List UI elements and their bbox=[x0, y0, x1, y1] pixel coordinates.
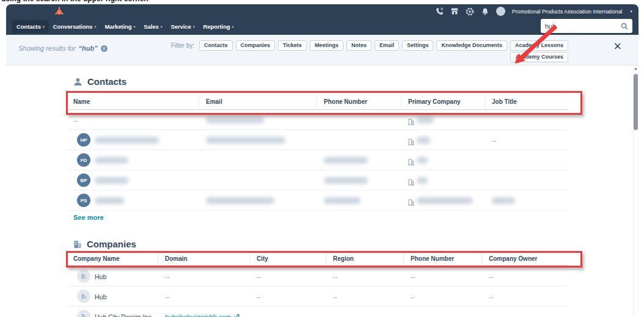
column-header-email: Email bbox=[206, 98, 222, 105]
search-icon[interactable] bbox=[621, 23, 628, 30]
settings-gear-icon[interactable] bbox=[466, 7, 474, 16]
chevron-down-icon bbox=[94, 24, 96, 29]
redacted-company bbox=[417, 137, 430, 144]
nav-item-conversations[interactable]: Conversations bbox=[49, 20, 101, 33]
contact-avatar: FD bbox=[77, 153, 90, 167]
scrollbar-up-arrow-icon[interactable] bbox=[634, 67, 638, 70]
building-icon bbox=[408, 157, 414, 168]
hubspot-sprocket-logo[interactable] bbox=[54, 6, 65, 17]
company-phone: -- bbox=[411, 266, 415, 286]
navbar-upper-row: Promotional Products Association Interna… bbox=[6, 4, 639, 18]
close-icon[interactable] bbox=[613, 41, 621, 53]
account-avatar[interactable] bbox=[496, 7, 505, 16]
redacted-phone bbox=[324, 157, 368, 164]
filter-button-academy-courses[interactable]: Academy Courses bbox=[510, 52, 568, 62]
filter-buttons-row-2: Academy Courses bbox=[510, 52, 568, 62]
company-name[interactable]: Hub bbox=[95, 266, 106, 286]
filter-button-contacts[interactable]: Contacts bbox=[199, 40, 233, 51]
showing-results-text: Showing results for “hub” bbox=[18, 45, 108, 52]
column-header-primary-company: Primary Company bbox=[408, 98, 461, 105]
contact-row[interactable]: HP -- bbox=[67, 130, 568, 150]
nav-item-service[interactable]: Service bbox=[167, 20, 199, 33]
company-row[interactable]: Hub -- -- -- -- -- bbox=[67, 266, 568, 286]
search-results-filter-bar: Showing results for “hub” Filter by: Con… bbox=[6, 35, 639, 65]
column-header-job-title: Job Title bbox=[492, 98, 517, 105]
redacted-company bbox=[417, 157, 428, 164]
person-icon bbox=[73, 78, 82, 86]
redacted-email bbox=[206, 117, 264, 123]
filter-button-notes[interactable]: Notes bbox=[346, 40, 371, 51]
column-divider bbox=[403, 253, 404, 263]
company-row[interactable]: Hub -- -- -- -- -- bbox=[67, 286, 568, 307]
filter-button-academy-lessons[interactable]: Academy Lessons bbox=[510, 40, 568, 51]
company-phone: -- bbox=[411, 286, 415, 307]
filter-button-meetings[interactable]: Meetings bbox=[310, 40, 343, 51]
account-name[interactable]: Promotional Products Association Interna… bbox=[512, 9, 622, 15]
nav-label: Sales bbox=[144, 23, 158, 30]
column-divider bbox=[317, 96, 317, 107]
buildings-icon bbox=[73, 240, 82, 249]
column-header-company-owner: Company Owner bbox=[489, 255, 537, 262]
redacted-email bbox=[206, 197, 274, 204]
domain-text: hubcitydesigninblk.com bbox=[165, 313, 232, 317]
scrollbar-thumb[interactable] bbox=[634, 74, 638, 130]
nav-label: Service bbox=[171, 23, 191, 30]
redacted-phone bbox=[324, 177, 368, 184]
section-title: Companies bbox=[87, 239, 136, 249]
nav-item-sales[interactable]: Sales bbox=[139, 20, 166, 33]
contact-row[interactable]: FD bbox=[67, 150, 568, 170]
column-header-phone: Phone Number bbox=[324, 98, 367, 105]
companies-section-heading: Companies bbox=[73, 239, 136, 249]
showing-results-prefix: Showing results for bbox=[18, 45, 76, 52]
filter-button-knowledge-documents[interactable]: Knowledge Documents bbox=[436, 40, 507, 51]
column-header-city: City bbox=[257, 255, 268, 262]
contact-row[interactable]: BP bbox=[67, 170, 568, 191]
column-header-name: Name bbox=[73, 98, 90, 105]
filter-button-tickets[interactable]: Tickets bbox=[278, 40, 307, 51]
company-owner: -- bbox=[489, 266, 493, 286]
calling-icon[interactable] bbox=[435, 7, 444, 16]
nav-label: Conversations bbox=[53, 23, 93, 30]
building-icon bbox=[408, 197, 414, 208]
marketplace-icon[interactable] bbox=[450, 7, 459, 16]
column-divider bbox=[199, 96, 199, 107]
company-domain-link[interactable]: hubcitydesigninblk.com bbox=[165, 307, 240, 317]
results-content: Contacts Name Email Phone Number Primary… bbox=[6, 65, 639, 317]
filter-button-settings[interactable]: Settings bbox=[402, 40, 434, 51]
contact-row[interactable]: PS bbox=[67, 191, 568, 211]
redacted-job-title bbox=[492, 197, 515, 204]
column-header-phone: Phone Number bbox=[411, 255, 454, 262]
info-icon[interactable] bbox=[101, 45, 108, 52]
vertical-scrollbar[interactable] bbox=[633, 65, 639, 317]
redacted-name bbox=[95, 197, 124, 204]
filter-button-email[interactable]: Email bbox=[375, 40, 399, 51]
tutorial-caption-text: using the search in the upper right corn… bbox=[1, 0, 148, 3]
see-more-link[interactable]: See more bbox=[73, 214, 104, 221]
notifications-bell-icon[interactable] bbox=[481, 7, 489, 16]
company-row[interactable]: Hub City Design Inc hubcitydesigninblk.c… bbox=[67, 307, 568, 317]
contact-row[interactable]: -- bbox=[67, 110, 568, 130]
chevron-down-icon bbox=[193, 24, 195, 29]
contact-avatar: BP bbox=[77, 173, 90, 187]
nav-item-marketing[interactable]: Marketing bbox=[100, 20, 139, 33]
company-avatar bbox=[77, 290, 90, 303]
contact-name: -- bbox=[73, 110, 78, 130]
account-chevron-down-icon[interactable] bbox=[630, 9, 632, 14]
redacted-email bbox=[206, 137, 285, 144]
nav-item-reporting[interactable]: Reporting bbox=[199, 20, 238, 33]
company-name[interactable]: Hub bbox=[95, 286, 106, 307]
column-divider bbox=[158, 253, 158, 263]
nav-item-contacts[interactable]: Contacts bbox=[12, 20, 49, 33]
redacted-name bbox=[95, 137, 159, 144]
contacts-table-header: Name Email Phone Number Primary Company … bbox=[67, 93, 568, 110]
company-name[interactable]: Hub City Design Inc bbox=[95, 307, 152, 317]
search-input[interactable] bbox=[545, 23, 621, 30]
column-divider bbox=[481, 253, 482, 263]
filter-buttons-row-1: Filter by: Contacts Companies Tickets Me… bbox=[171, 40, 568, 51]
building-icon bbox=[408, 137, 414, 148]
nav-label: Contacts bbox=[16, 23, 41, 30]
filter-button-companies[interactable]: Companies bbox=[236, 40, 276, 51]
company-domain: -- bbox=[165, 266, 169, 286]
contact-avatar: HP bbox=[77, 133, 90, 147]
contact-avatar: PS bbox=[77, 194, 90, 207]
